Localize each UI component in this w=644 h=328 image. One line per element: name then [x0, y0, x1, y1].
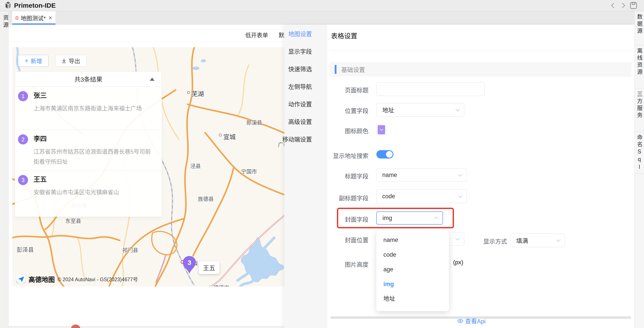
item-name: 李四: [34, 134, 158, 143]
dropdown-option-name[interactable]: name: [376, 233, 449, 247]
list-item[interactable]: 2 李四 江苏省苏州市姑苏区沧浪街道西善长巷5号司前街看守所旧址: [15, 130, 162, 170]
display-mode-value: 填满: [516, 236, 528, 245]
page-title-input[interactable]: [376, 82, 485, 96]
item-index-badge: 3: [18, 175, 28, 185]
cover-field-dropdown: name code age img 地址: [376, 230, 449, 311]
nav-item-map-settings[interactable]: 地图设置: [288, 30, 312, 39]
rail-tab-offline-resources[interactable]: 离线资源: [635, 45, 644, 88]
amap-copyright: © 2024 AutoNavi - GS(2023)4677号: [58, 275, 138, 283]
settings-panel: 地图设置 显示字段 快速筛选 左侧导航 动作设置 高级设置 移动端设置 表格设置…: [284, 25, 634, 328]
item-name: 张三: [34, 91, 158, 100]
subtitle-field-value: code: [382, 193, 395, 200]
tab-map-test[interactable]: 地图测试* ✕: [12, 11, 56, 25]
map-label-wuhu: 芜湖: [192, 89, 204, 98]
item-address: 安徽省黄山市屯溪区屯光镇麻雀山: [34, 187, 156, 197]
amap-logo-icon: [16, 274, 26, 284]
floating-action-button[interactable]: [71, 324, 80, 328]
nav-forward-icon[interactable]: [620, 3, 626, 9]
form-document-icon: [15, 15, 18, 21]
city-ring-marker-wuhu: [187, 91, 190, 94]
map-label-qimen: 祁门县: [122, 246, 138, 254]
map-label-ningguo: 宁国市: [241, 167, 257, 175]
nav-item-display-fields[interactable]: 显示字段: [288, 47, 312, 56]
result-list: 1 张三 上海市黄浦区南京东路街道上海来福士广场 2 李四 江苏省苏州市姑苏区沧…: [15, 87, 162, 217]
map-attribution: 高德地图 © 2024 AutoNavi - GS(2023)4677号: [16, 274, 138, 284]
item-address: 江苏省苏州市姑苏区沧浪街道西善长巷5号司前街看守所旧址: [34, 147, 156, 167]
map-pin-3[interactable]: 3: [182, 256, 196, 274]
chevron-down-icon: [380, 128, 383, 131]
add-button-label: 新增: [31, 57, 42, 65]
nav-item-mobile[interactable]: 移动端设置: [282, 135, 312, 144]
view-api-label: 查看Api: [465, 316, 486, 325]
rail-tab-datasource[interactable]: 数据源: [635, 11, 644, 45]
download-icon: [62, 58, 66, 63]
title-bar: Primeton-IDE: [0, 0, 644, 11]
nav-item-quick-filter[interactable]: 快速筛选: [288, 65, 312, 74]
map-label-dongzhi: 东至县: [65, 217, 81, 224]
view-api-link[interactable]: 查看Api: [457, 316, 486, 325]
map-label-jiande: 建德市: [214, 283, 229, 286]
title-field-select[interactable]: name: [376, 169, 467, 182]
toolbar-item-truncated[interactable]: 默: [278, 31, 284, 39]
chevron-down-icon: [456, 107, 460, 111]
item-name: 王五: [34, 175, 158, 184]
title-field-value: name: [382, 172, 397, 179]
nav-item-left-nav[interactable]: 左侧导航: [288, 83, 312, 91]
active-tab-underline: [12, 24, 56, 25]
cover-field-select[interactable]: img: [376, 211, 443, 225]
export-button[interactable]: 导出: [55, 55, 86, 67]
position-field-select[interactable]: 地址: [376, 103, 464, 117]
position-field-value: 地址: [382, 106, 394, 114]
tab-close-icon[interactable]: ✕: [48, 15, 52, 21]
display-mode-select[interactable]: 填满: [510, 234, 565, 247]
icon-color-picker[interactable]: [376, 124, 386, 136]
chevron-down-icon: [458, 172, 462, 177]
app-title: Primeton-IDE: [14, 2, 56, 9]
list-item[interactable]: 1 张三 上海市黄浦区南京东路街道上海来福士广场: [15, 87, 162, 130]
list-item[interactable]: 3 王五 安徽省黄山市屯溪区屯光镇麻雀山: [15, 171, 162, 202]
map-label-xuancheng: 宣城: [223, 132, 236, 141]
dropdown-option-img[interactable]: img: [376, 277, 449, 291]
city-ring-marker-xuancheng: [219, 133, 222, 136]
item-index-badge: 2: [18, 134, 28, 144]
results-header[interactable]: 共3条结果: [15, 71, 162, 87]
nav-item-action-settings[interactable]: 动作设置: [288, 100, 312, 109]
chevron-down-icon: [458, 193, 462, 198]
rail-tab-label: 命名Sql: [636, 134, 643, 174]
map-label-jingxian: 泾县: [190, 162, 201, 170]
field-label-position-field: 位置字段: [328, 106, 368, 115]
show-address-search-toggle[interactable]: [376, 150, 394, 158]
rail-tab-label: 数据源: [636, 14, 643, 45]
export-button-label: 导出: [68, 57, 80, 65]
settings-nav: 地图设置 显示字段 快速筛选 左侧导航 动作设置 高级设置 移动端设置: [284, 25, 327, 328]
collapse-icon[interactable]: [150, 78, 154, 81]
add-button[interactable]: + 新增: [18, 55, 49, 67]
tab-bar: 地图测试* ✕: [8, 11, 634, 25]
icon-color-swatch: [378, 125, 385, 134]
results-count-text: 共3条结果: [74, 75, 102, 83]
dropdown-option-age[interactable]: age: [376, 262, 449, 277]
chevron-down-icon: [456, 236, 460, 240]
settings-divider: [330, 50, 632, 51]
rail-tab-named-sql[interactable]: 命名Sql: [635, 132, 644, 174]
save-icon[interactable]: [630, 2, 638, 10]
dropdown-option-code[interactable]: code: [376, 247, 449, 262]
eye-icon: [457, 319, 464, 323]
subtitle-field-select[interactable]: code: [376, 190, 467, 203]
plus-icon: +: [24, 58, 28, 64]
chevron-up-icon: [434, 217, 438, 221]
toggle-knob: [386, 151, 392, 158]
map-label-jingde: 旌德县: [198, 195, 214, 202]
field-label-cover-field: 封面字段: [328, 215, 368, 224]
rail-tab-third-party-services[interactable]: 三方服务: [635, 88, 644, 132]
right-rail: 数据源 离线资源 三方服务 命名Sql: [634, 11, 644, 328]
nav-back-icon[interactable]: [610, 3, 616, 9]
rail-tab-resources[interactable]: 资源: [2, 15, 10, 29]
toolbar-item-lowcode-form[interactable]: 低开表单: [245, 31, 268, 39]
nav-item-advanced[interactable]: 高级设置: [288, 118, 312, 126]
dropdown-option-address[interactable]: 地址: [376, 291, 449, 306]
field-label-title-field: 标题字段: [328, 172, 368, 180]
bottom-strip: [8, 326, 285, 328]
left-rail: 资源: [0, 11, 8, 328]
map-pin-label-card[interactable]: 王五: [199, 261, 220, 274]
